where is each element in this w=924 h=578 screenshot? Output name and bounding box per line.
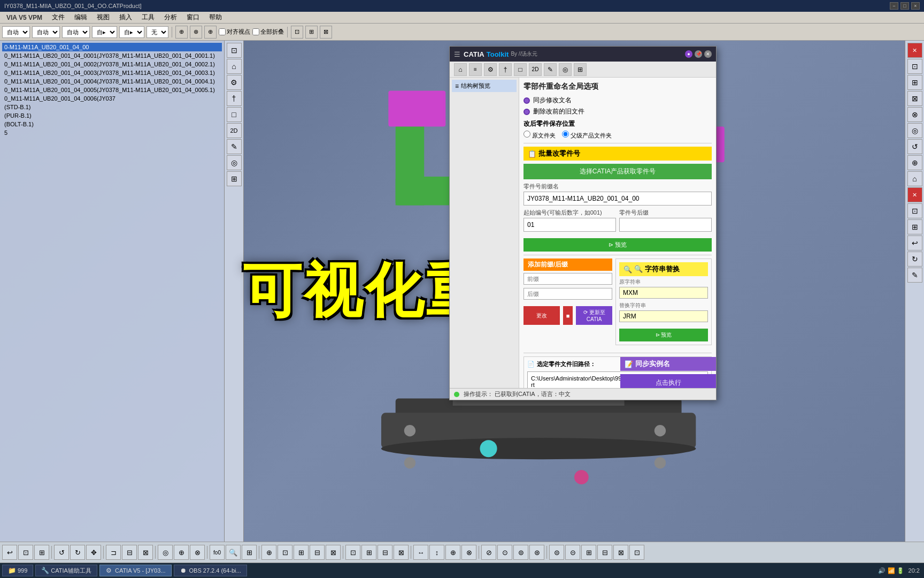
tree-item-6[interactable]: 0_M11-M11A_UB20_001_04_0006(JY037 [2, 94, 222, 103]
tree-item-8[interactable]: (PUR-B.1) [2, 111, 222, 120]
bt-icon-20[interactable]: ⊟ [378, 545, 392, 560]
toolbar-select-4[interactable]: 自▸ [92, 26, 117, 38]
option2-radio[interactable] [523, 109, 530, 115]
left-icon-7[interactable]: ✎ [227, 139, 242, 154]
toolbar-icon-1[interactable]: ⊕ [175, 26, 188, 39]
add-prefix-input-2[interactable] [523, 288, 612, 300]
bt-icon-26[interactable]: ⊘ [481, 545, 496, 560]
part-num-input[interactable] [523, 192, 712, 206]
left-icon-6[interactable]: 2D [227, 123, 242, 138]
bt-icon-6[interactable]: ✥ [86, 545, 101, 560]
left-icon-copy[interactable]: ⊞ [227, 171, 242, 186]
right-icon-11[interactable]: ⊞ [907, 219, 922, 234]
bt-icon-24[interactable]: ⊕ [445, 545, 460, 560]
preview-btn-2[interactable]: ⊳ 预览 [619, 329, 708, 341]
bt-icon-28[interactable]: ⊚ [513, 545, 528, 560]
preview-btn-1[interactable]: ⊳ 预览 [523, 238, 712, 252]
tk-left-struct-preview[interactable]: ≡ 结构树预览 [452, 80, 517, 92]
taskbar-item-3[interactable]: ⚙ CATIA V5 - [JY03... [99, 565, 172, 576]
execute-btn[interactable]: 点击执行 [620, 374, 716, 388]
bt-icon-30[interactable]: ⊜ [549, 545, 564, 560]
bt-icon-34[interactable]: ⊠ [613, 545, 628, 560]
bt-icon-23[interactable]: ↕ [429, 545, 444, 560]
bt-icon-35[interactable]: ⊡ [629, 545, 644, 560]
bt-icon-grid[interactable]: ⊞ [242, 545, 257, 560]
nav-icon-pencil[interactable]: ✎ [544, 63, 557, 76]
left-icon-1[interactable]: ⊡ [227, 43, 242, 58]
tree-item-5[interactable]: 0_M11-M11A_UB20_001_04_0005(JY0378_M11-M… [2, 86, 222, 94]
toolbar-select-3[interactable]: 自动 [62, 26, 90, 38]
toolkit-menu-icon[interactable]: ☰ [454, 50, 460, 58]
toolbar-select-6[interactable]: 无 [147, 26, 168, 38]
toolbar-icon-box3[interactable]: ⊠ [320, 26, 332, 39]
bt-icon-5[interactable]: ↻ [70, 545, 85, 560]
bt-icon-32[interactable]: ⊞ [581, 545, 596, 560]
left-icon-5[interactable]: □ [227, 107, 242, 122]
menu-insert[interactable]: 插入 [115, 12, 136, 23]
suffix-input[interactable] [619, 218, 712, 232]
right-icon-3[interactable]: ⊠ [907, 91, 922, 106]
option1-radio[interactable] [523, 97, 530, 104]
nav-icon-home[interactable]: ⌂ [454, 63, 467, 76]
minimize-button[interactable]: − [890, 2, 898, 10]
bt-icon-19[interactable]: ⊞ [361, 545, 376, 560]
taskbar-item-1[interactable]: 📁 999 [2, 565, 33, 576]
close-button[interactable]: × [911, 2, 920, 10]
right-icon-6[interactable]: ↺ [907, 139, 922, 154]
toolbar-icon-2[interactable]: ⊗ [190, 26, 202, 39]
toolbar-select-5[interactable]: 自▸ [119, 26, 144, 38]
bt-icon-17[interactable]: ⊠ [326, 545, 341, 560]
bt-icon-13[interactable]: ⊕ [261, 545, 276, 560]
serial-input[interactable] [523, 218, 616, 232]
menu-window[interactable]: 窗口 [182, 12, 204, 23]
update-catia-btn[interactable]: ⟳ 更新至CATIA [576, 306, 612, 325]
prefix-red-btn[interactable]: ■ [563, 306, 573, 325]
bt-icon-fo0[interactable]: fo0 [210, 545, 225, 560]
save-radio-1[interactable] [523, 131, 530, 138]
replace-from-input[interactable] [619, 287, 708, 299]
nav-icon-2d[interactable]: 2D [529, 63, 542, 76]
bt-icon-4[interactable]: ↺ [54, 545, 69, 560]
tree-item-2[interactable]: 0_M11-M11A_UB20_001_04_0002(JY0378_M11-M… [2, 60, 222, 69]
menu-help[interactable]: 帮助 [205, 12, 226, 23]
tree-item-4[interactable]: 0_M11-M11A_UB20_001_04_0004(JY0378_M11-M… [2, 77, 222, 86]
toolbar-icon-3[interactable]: ⊕ [204, 26, 217, 39]
bt-icon-7[interactable]: ⊐ [106, 545, 121, 560]
tree-item-3[interactable]: 0_M11-M11A_UB20_001_04_0003(JY0378_M11-M… [2, 69, 222, 77]
tree-item-7[interactable]: (STD-B.1) [2, 103, 222, 111]
toolbar-select-2[interactable]: 自动 [32, 26, 60, 38]
bt-icon-15[interactable]: ⊞ [294, 545, 309, 560]
right-icon-2[interactable]: ⊞ [907, 75, 922, 90]
toolkit-close-btn[interactable]: ✕ [704, 50, 712, 58]
bt-icon-18[interactable]: ⊡ [345, 545, 360, 560]
replace-to-input[interactable] [619, 310, 708, 322]
menu-view[interactable]: 视图 [93, 12, 114, 23]
menu-analysis[interactable]: 分析 [160, 12, 181, 23]
unfold-checkbox[interactable] [252, 28, 259, 35]
bt-icon-11[interactable]: ⊕ [174, 545, 189, 560]
save-option2-label[interactable]: 父级产品文件夹 [562, 131, 612, 140]
bt-icon-3[interactable]: ⊞ [34, 545, 49, 560]
bt-icon-1[interactable]: ↩ [2, 545, 17, 560]
right-icon-12[interactable]: ↩ [907, 235, 922, 250]
toolkit-pin-btn[interactable]: 📌 [695, 50, 702, 58]
right-icon-9[interactable]: ✕ [907, 187, 922, 202]
bt-icon-29[interactable]: ⊛ [529, 545, 544, 560]
bt-icon-search[interactable]: 🔍 [226, 545, 241, 560]
bt-icon-31[interactable]: ⊝ [565, 545, 580, 560]
unfold-checkbox-label[interactable]: 全部折叠 [252, 28, 284, 36]
bt-icon-8[interactable]: ⊟ [122, 545, 137, 560]
menu-tools[interactable]: 工具 [137, 12, 159, 23]
nav-icon-struct[interactable]: ≡ [469, 63, 482, 76]
maximize-button[interactable]: □ [900, 2, 909, 10]
bt-icon-9[interactable]: ⊠ [138, 545, 153, 560]
menu-file[interactable]: 文件 [48, 12, 69, 23]
menu-edit[interactable]: 编辑 [70, 12, 91, 23]
left-icon-8[interactable]: ◎ [227, 155, 242, 170]
save-radio-2[interactable] [562, 131, 569, 138]
nav-icon-grid[interactable]: ⊞ [574, 63, 587, 76]
right-icon-14[interactable]: ✎ [907, 268, 922, 283]
select-catia-btn[interactable]: 选择CATIA产品获取零件号 [523, 164, 712, 179]
tree-item-10[interactable]: 5 [2, 128, 222, 137]
bt-icon-2[interactable]: ⊡ [18, 545, 33, 560]
